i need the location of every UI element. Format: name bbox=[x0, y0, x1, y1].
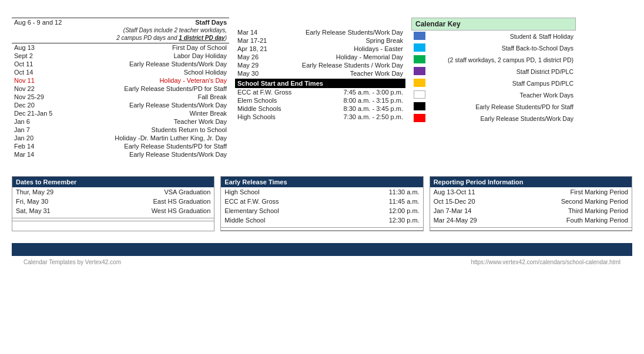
table-row: May 29Early Release Students / Work Day bbox=[235, 61, 405, 69]
date-cell: Apr 18, 21 bbox=[235, 45, 279, 53]
school-times-table: ECC at F.W. Gross7:45 a.m. - 3:00 p.m.El… bbox=[235, 88, 405, 121]
date-cell: May 26 bbox=[235, 53, 279, 61]
school-cell: High Schools bbox=[235, 113, 317, 121]
table-row: Sept 2Labor Day Holiday bbox=[12, 52, 229, 60]
table-row: Jan 20Holiday -Dr. Martin Luther King, J… bbox=[12, 134, 229, 142]
desc-cell: Students Return to School bbox=[65, 126, 229, 134]
school-cell: Middle School bbox=[221, 215, 346, 225]
desc-cell: Labor Day Holiday bbox=[65, 52, 229, 60]
early-release-header: Early Release Times bbox=[221, 177, 422, 187]
color-cell bbox=[411, 66, 428, 77]
color-box bbox=[414, 90, 425, 99]
table-row: Mar 14Early Release Students/Work Day bbox=[12, 150, 229, 159]
date-cell: Nov 25-29 bbox=[12, 93, 65, 101]
table-row: Aug 6 - 9 and 12 Staff Days bbox=[12, 18, 229, 27]
date-cell: Jan 7 bbox=[12, 126, 65, 134]
dates-cell: Mar 24-May 29 bbox=[430, 215, 512, 225]
key-row: Early Release Students/PD for Staff bbox=[411, 101, 576, 113]
key-table: Student & Staff HolidayStaff Back-to-Sch… bbox=[411, 31, 576, 124]
desc-cell: School Holiday bbox=[65, 68, 229, 76]
date-cell: Oct 11 bbox=[12, 60, 65, 68]
dates-cell: Aug 13-Oct 11 bbox=[430, 187, 512, 197]
color-box bbox=[414, 32, 425, 40]
dates-header: Dates to Remember bbox=[12, 177, 214, 187]
desc-cell: Holiday -Dr. Martin Luther King, Jr. Day bbox=[65, 134, 229, 142]
list-item: Mar 24-May 29Fouth Marking Period bbox=[430, 215, 632, 225]
dates-cell: Jan 7-Mar 14 bbox=[430, 206, 512, 215]
time-cell: 12:30 p.m. bbox=[346, 215, 423, 225]
desc-cell: Early Release Students/PD for Staff bbox=[65, 142, 229, 150]
desc-cell: East HS Graduation bbox=[94, 197, 214, 206]
time-cell: 8:00 a.m. - 3:15 p.m. bbox=[317, 96, 405, 104]
desc-cell: Early Release Students/Work Day bbox=[65, 60, 229, 68]
table-row: Middle Schools8:30 a.m. - 3:45 p.m. bbox=[235, 104, 405, 113]
date-cell: Mar 17-21 bbox=[235, 36, 279, 45]
time-cell: 12:00 p.m. bbox=[346, 206, 423, 215]
desc-cell: West HS Graduation bbox=[94, 206, 214, 215]
list-item: ECC at F.W. Gross11:45 a.m. bbox=[221, 197, 422, 206]
early-release-table: High School11:30 a.m.ECC at F.W. Gross11… bbox=[221, 187, 422, 225]
list-item: Jan 7-Mar 14Third Marking Period bbox=[430, 206, 632, 215]
school-cell: Middle Schools bbox=[235, 104, 317, 113]
period-desc: Fouth Marking Period bbox=[512, 215, 632, 225]
key-desc: Staff District PD/PLC bbox=[428, 66, 576, 77]
table-row: (Staff Days include 2 teacher workdays, bbox=[12, 26, 229, 34]
date-cell: Jan 6 bbox=[12, 117, 65, 126]
table-row: Dec 21-Jan 5Winter Break bbox=[12, 109, 229, 117]
reporting-header: Reporting Period Information bbox=[430, 177, 632, 187]
period-desc: Second Marking Period bbox=[512, 197, 632, 206]
dates-table: Thur, May 29VSA GraduationFri, May 30Eas… bbox=[12, 187, 214, 215]
note-cell-2: 2 campus PD days and 1 district PD day) bbox=[12, 34, 229, 42]
date-cell: Sat, May 31 bbox=[12, 206, 94, 215]
table-row: May 26Holiday - Memorial Day bbox=[235, 53, 405, 61]
time-cell: 7:30 a.m. - 2:50 p.m. bbox=[317, 113, 405, 121]
color-cell bbox=[411, 89, 428, 101]
color-box bbox=[414, 67, 425, 75]
key-desc: Staff Campus PD/PLC bbox=[428, 77, 576, 89]
date-cell: Sept 2 bbox=[12, 52, 65, 60]
desc-cell: Early Release Students/Work Day bbox=[279, 28, 405, 36]
key-row: (2 staff workdays, 2 campus PD, 1 distri… bbox=[411, 54, 576, 66]
color-cell bbox=[411, 42, 428, 54]
table-row: Feb 14Early Release Students/PD for Staf… bbox=[12, 142, 229, 150]
table-row: Nov 25-29Fall Break bbox=[12, 93, 229, 101]
desc-cell: First Day of School bbox=[65, 43, 229, 52]
color-cell bbox=[411, 77, 428, 89]
table-row: Oct 11Early Release Students/Work Day bbox=[12, 60, 229, 68]
key-row: Staff District PD/PLC bbox=[411, 66, 576, 77]
color-cell bbox=[411, 113, 428, 124]
desc-cell: Early Release Students/Work Day bbox=[65, 101, 229, 109]
key-desc: (2 staff workdays, 2 campus PD, 1 distri… bbox=[428, 54, 576, 66]
desc-cell: Staff Days bbox=[65, 18, 229, 27]
list-item: Middle School12:30 p.m. bbox=[221, 215, 422, 225]
desc-cell: Teacher Work Day bbox=[65, 117, 229, 126]
table-row: Elem Schools8:00 a.m. - 3:15 p.m. bbox=[235, 96, 405, 104]
time-cell: 7:45 a.m. - 3:00 p.m. bbox=[317, 88, 405, 96]
er-bottom-line-2 bbox=[221, 230, 422, 231]
bottom-line-1 bbox=[12, 218, 214, 218]
footer-right: https://www.vertex42.com/calendars/schoo… bbox=[471, 259, 620, 265]
color-box bbox=[414, 114, 425, 122]
main-layout: Aug 6 - 9 and 12 Staff Days (Staff Days … bbox=[12, 18, 632, 159]
date-cell: Nov 22 bbox=[12, 85, 65, 93]
table-row: Mar 17-21Spring Break bbox=[235, 36, 405, 45]
date-cell: Nov 11 bbox=[12, 76, 65, 85]
list-item: Thur, May 29VSA Graduation bbox=[12, 187, 214, 197]
list-item: Oct 15-Dec 20Second Marking Period bbox=[430, 197, 632, 206]
rp-bottom-line-1 bbox=[430, 227, 632, 228]
color-box bbox=[414, 102, 425, 110]
note-cell: (Staff Days include 2 teacher workdays, bbox=[12, 26, 229, 34]
er-bottom-line-1 bbox=[221, 227, 422, 228]
desc-cell: Winter Break bbox=[65, 109, 229, 117]
table-row: Aug 13First Day of School bbox=[12, 43, 229, 52]
list-item: Fri, May 30East HS Graduation bbox=[12, 197, 214, 206]
school-times-header: School Start and End Times bbox=[235, 79, 405, 88]
date-cell: Aug 6 - 9 and 12 bbox=[12, 18, 65, 27]
date-cell: Dec 21-Jan 5 bbox=[12, 109, 65, 117]
center-events-table: Mar 14Early Release Students/Work DayMar… bbox=[235, 28, 405, 77]
table-row: Apr 18, 21Holidays - Easter bbox=[235, 45, 405, 53]
desc-cell: Early Release Students / Work Day bbox=[279, 61, 405, 69]
color-box bbox=[414, 79, 425, 87]
color-box bbox=[414, 55, 425, 63]
desc-cell: VSA Graduation bbox=[94, 187, 214, 197]
